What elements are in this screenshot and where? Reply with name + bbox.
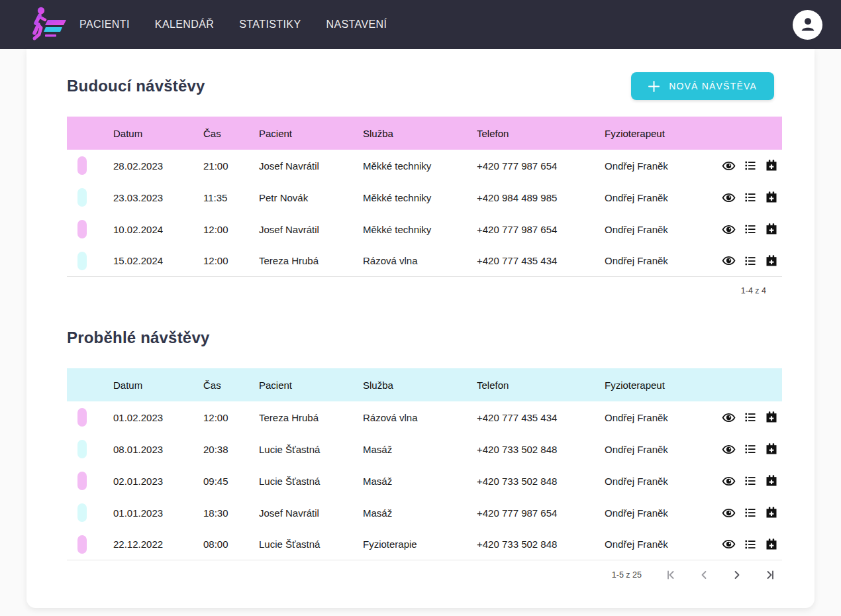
view-button[interactable] [722, 474, 736, 488]
last-page-icon [765, 570, 775, 580]
new-visit-button-label: NOVÁ NÁVŠTĚVA [669, 81, 757, 91]
cell-phone: +420 733 502 848 [477, 539, 605, 550]
visit-row: 08.01.2023 20:38 Lucie Šťastná Masáž +42… [67, 433, 782, 465]
cell-date: 22.12.2022 [113, 539, 203, 550]
eye-icon [722, 442, 736, 456]
nav-item-nastaveni[interactable]: NASTAVENÍ [326, 19, 387, 30]
cell-therapist: Ondřej Franěk [605, 539, 722, 550]
list-icon [744, 191, 757, 204]
cell-phone: +420 777 987 654 [477, 507, 605, 519]
next-page-button[interactable] [730, 568, 744, 582]
details-button[interactable] [743, 474, 757, 488]
previous-page-button[interactable] [697, 568, 711, 582]
eye-icon [722, 537, 736, 551]
cell-time: 12:00 [203, 412, 259, 423]
cell-date: 01.01.2023 [113, 507, 203, 519]
col-fyzioterapeut: Fyzioterapeut [605, 128, 722, 139]
upcoming-pagination-range: 1-4 z 4 [67, 286, 782, 295]
view-button[interactable] [722, 442, 736, 456]
add-to-calendar-button[interactable] [764, 442, 778, 456]
row-actions [722, 191, 787, 205]
visit-row: 23.03.2023 11:35 Petr Novák Měkké techni… [67, 181, 782, 213]
cell-patient: Lucie Šťastná [259, 476, 363, 487]
first-page-button[interactable] [664, 568, 677, 582]
details-button[interactable] [743, 159, 757, 173]
details-button[interactable] [743, 254, 757, 268]
view-button[interactable] [722, 254, 736, 268]
col-fyzioterapeut: Fyzioterapeut [605, 380, 722, 391]
view-button[interactable] [722, 411, 736, 425]
view-button[interactable] [722, 537, 736, 551]
user-avatar-button[interactable] [793, 10, 822, 40]
view-button[interactable] [722, 159, 736, 173]
cell-service: Fyzioterapie [363, 539, 477, 550]
details-button[interactable] [743, 506, 757, 520]
row-actions [722, 254, 787, 268]
last-page-button[interactable] [764, 568, 777, 582]
past-table-header: Datum Čas Pacient Služba Telefon Fyziote… [67, 368, 782, 401]
nav-menu: PACIENTI KALENDÁŘ STATISTIKY NASTAVENÍ [79, 19, 387, 30]
list-icon [744, 538, 757, 551]
row-color-pill [77, 156, 87, 175]
add-to-calendar-button[interactable] [764, 537, 778, 551]
row-color-pill [77, 440, 87, 458]
nav-item-statistiky[interactable]: STATISTIKY [239, 19, 301, 30]
add-to-calendar-button[interactable] [764, 254, 778, 268]
user-avatar-icon [798, 15, 818, 34]
col-cas: Čas [203, 128, 259, 139]
add-to-calendar-button[interactable] [764, 506, 778, 520]
details-button[interactable] [743, 223, 757, 236]
upcoming-visits-table: Datum Čas Pacient Služba Telefon Fyziote… [67, 117, 782, 277]
calendar-plus-icon [765, 506, 778, 519]
cell-therapist: Ondřej Franěk [605, 444, 722, 455]
chevron-left-icon [699, 570, 709, 580]
calendar-plus-icon [765, 191, 778, 204]
eye-icon [722, 191, 736, 205]
visit-row: 15.02.2024 12:00 Tereza Hrubá Rázová vln… [67, 245, 782, 277]
row-actions [722, 442, 787, 456]
cell-service: Masáž [363, 476, 477, 487]
row-color-pill [77, 220, 87, 238]
past-visits-section: Proběhlé návštěvy Datum Čas Pacient Služ… [67, 323, 774, 582]
cell-time: 21:00 [203, 160, 259, 172]
nav-item-pacienti[interactable]: PACIENTI [79, 19, 130, 30]
details-button[interactable] [743, 537, 757, 551]
add-to-calendar-button[interactable] [764, 223, 778, 236]
first-page-icon [666, 570, 676, 580]
visit-row: 22.12.2022 08:00 Lucie Šťastná Fyziotera… [67, 529, 782, 560]
details-button[interactable] [743, 191, 757, 205]
view-button[interactable] [722, 506, 736, 520]
cell-date: 02.01.2023 [113, 476, 203, 487]
row-color-pill [77, 472, 87, 490]
details-button[interactable] [743, 442, 757, 456]
visit-row: 28.02.2023 21:00 Josef Navrátil Měkké te… [67, 150, 782, 181]
calendar-plus-icon [765, 159, 778, 172]
add-to-calendar-button[interactable] [764, 411, 778, 425]
cell-phone: +420 777 435 434 [477, 255, 605, 266]
cell-service: Masáž [363, 444, 477, 455]
nav-item-kalendar[interactable]: KALENDÁŘ [155, 19, 214, 30]
running-figure-logo-icon [25, 5, 70, 44]
cell-patient: Tereza Hrubá [259, 255, 363, 266]
view-button[interactable] [722, 191, 736, 205]
cell-patient: Lucie Šťastná [259, 539, 363, 550]
cell-time: 20:38 [203, 444, 259, 455]
cell-date: 15.02.2024 [113, 255, 203, 266]
add-to-calendar-button[interactable] [764, 191, 778, 205]
cell-therapist: Ondřej Franěk [605, 192, 722, 203]
upcoming-table-rows: 28.02.2023 21:00 Josef Navrátil Měkké te… [67, 150, 782, 277]
cell-therapist: Ondřej Franěk [605, 255, 722, 266]
view-button[interactable] [722, 223, 736, 236]
add-to-calendar-button[interactable] [764, 159, 778, 173]
cell-therapist: Ondřej Franěk [605, 224, 722, 235]
cell-phone: +420 984 489 985 [477, 192, 605, 203]
cell-date: 23.03.2023 [113, 192, 203, 203]
cell-service: Rázová vlna [363, 412, 477, 423]
add-to-calendar-button[interactable] [764, 474, 778, 488]
past-visits-table: Datum Čas Pacient Služba Telefon Fyziote… [67, 368, 782, 560]
new-visit-button[interactable]: NOVÁ NÁVŠTĚVA [631, 72, 774, 100]
calendar-plus-icon [765, 254, 778, 268]
details-button[interactable] [743, 411, 757, 425]
eye-icon [722, 223, 736, 236]
cell-phone: +420 777 987 654 [477, 224, 605, 235]
